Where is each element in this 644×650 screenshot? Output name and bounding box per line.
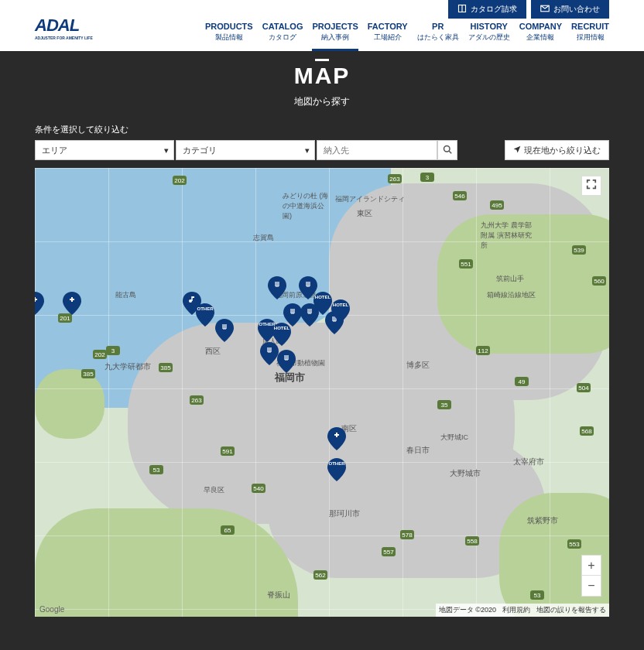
road-badge: 3 <box>420 173 434 182</box>
road-badge: 568 <box>580 426 594 436</box>
map-label-chikushino: 筑紫野市 <box>527 515 558 526</box>
zoom-control: + − <box>581 555 601 597</box>
minus-icon: − <box>587 579 594 593</box>
road-badge: 553 <box>567 539 581 549</box>
road-badge: 3 <box>106 346 120 355</box>
nav-en: PR <box>417 22 459 31</box>
hero: MAP 地図から探す <box>0 51 644 124</box>
caret-down-icon: ▾ <box>164 145 169 156</box>
road-badge: 53 <box>530 590 544 600</box>
area-select-label: エリア <box>42 145 67 156</box>
road-badge: 49 <box>515 377 529 386</box>
contact-button[interactable]: お問い合わせ <box>531 0 609 19</box>
map-pin-plus[interactable] <box>63 292 81 315</box>
destination-input[interactable] <box>317 140 437 160</box>
nav-item-recruit[interactable]: RECRUIT採用情報 <box>571 22 609 51</box>
category-select-label: カテゴリ <box>183 145 217 156</box>
map-label-shikanoshima: 志賀島 <box>253 233 274 243</box>
zoom-in-button[interactable]: + <box>582 556 601 576</box>
nav-item-company[interactable]: COMPANY企業情報 <box>519 22 562 51</box>
map-pin-hotel[interactable]: HOTEL <box>331 299 350 323</box>
fullscreen-icon <box>586 179 597 193</box>
map-label-hakata: 博多区 <box>406 360 430 371</box>
map-label-nokonoshima: 能古島 <box>115 290 136 300</box>
catalog-request-button[interactable]: カタログ請求 <box>448 0 526 19</box>
caret-down-icon: ▾ <box>305 145 310 156</box>
nav-ja: 採用情報 <box>571 32 609 43</box>
zoom-out-button[interactable]: − <box>582 576 601 596</box>
fullscreen-button[interactable] <box>581 176 601 196</box>
road-badge: 263 <box>388 174 402 183</box>
nav-item-factory[interactable]: FACTORY工場紹介 <box>368 22 408 51</box>
nav-en: PROJECTS <box>312 22 358 31</box>
map-pin-fork[interactable] <box>268 276 286 299</box>
logo-text: ADAL <box>35 15 79 35</box>
main-nav: PRODUCTS製品情報CATALOGカタログPROJECTS納入事例FACTO… <box>205 22 609 51</box>
nav-item-history[interactable]: HISTORYアダルの歴史 <box>468 22 510 51</box>
nav-ja: 製品情報 <box>205 32 253 43</box>
nav-item-projects[interactable]: PROJECTS納入事例 <box>312 22 358 51</box>
road-badge: 495 <box>490 200 504 210</box>
mail-icon <box>540 4 550 15</box>
search-button[interactable] <box>437 140 457 160</box>
map-label-dazaifu: 太宰府市 <box>513 457 544 467</box>
current-location-button[interactable]: 現在地から絞り込む <box>505 140 609 160</box>
area-select[interactable]: エリア ▾ <box>35 140 174 160</box>
pin-label: HOTEL <box>274 326 289 330</box>
map-label-nishi: 西区 <box>205 346 221 357</box>
current-location-label: 現在地から絞り込む <box>524 145 601 156</box>
pin-label: OTHER <box>197 306 214 311</box>
category-select[interactable]: カテゴリ ▾ <box>176 140 315 160</box>
map-pin-plus[interactable] <box>327 427 346 450</box>
road-badge: 263 <box>190 395 204 405</box>
map-label-nakagawa: 那珂川市 <box>329 508 360 519</box>
map[interactable]: 福岡市 博多区 東区 西区 南区 九大学研都市 春日市 大野城市 太宰府市 筑紫… <box>35 168 609 617</box>
map-report-link[interactable]: 地図の誤りを報告する <box>536 605 606 615</box>
nav-en: PRODUCTS <box>205 22 253 31</box>
location-arrow-icon <box>513 145 521 155</box>
map-pin-other[interactable]: OTHER <box>327 458 346 481</box>
hero-dash <box>315 59 329 61</box>
page-title: MAP <box>0 63 644 89</box>
nav-ja: アダルの歴史 <box>468 32 510 43</box>
map-pin-fork[interactable] <box>215 319 234 342</box>
nav-ja: 企業情報 <box>519 32 562 43</box>
search-icon <box>443 143 452 157</box>
nav-item-products[interactable]: PRODUCTS製品情報 <box>205 22 253 51</box>
nav-en: FACTORY <box>368 22 408 31</box>
road-badge: 539 <box>572 245 586 255</box>
map-terms-link[interactable]: 利用規約 <box>502 605 530 615</box>
road-badge: 560 <box>592 276 606 286</box>
road-badge: 385 <box>159 363 173 372</box>
map-pin-other[interactable]: OTHER <box>196 303 214 327</box>
map-label-kyudai: 九大学研都市 <box>104 361 151 372</box>
map-pin-hotel[interactable]: HOTEL <box>272 323 291 346</box>
road-badge: 578 <box>400 530 414 539</box>
map-label-hayama: 早良区 <box>204 485 224 495</box>
svg-line-4 <box>449 151 451 153</box>
map-label-kasuga: 春日市 <box>406 445 430 456</box>
road-badge: 591 <box>221 446 235 456</box>
map-pin-fork[interactable] <box>277 350 296 373</box>
map-data-label: 地図データ ©2020 <box>439 605 496 615</box>
plus-icon: + <box>587 559 594 573</box>
nav-item-catalog[interactable]: CATALOGカタログ <box>262 22 303 51</box>
road-badge: 385 <box>81 369 95 378</box>
road-badge: 551 <box>459 259 473 269</box>
pin-label: HOTEL <box>333 303 348 307</box>
logo[interactable]: ADAL ADJUSTER FOR AMENITY LIFE <box>35 15 93 40</box>
logo-sub: ADJUSTER FOR AMENITY LIFE <box>35 36 93 40</box>
road-badge: 546 <box>453 191 467 200</box>
map-pin-plus[interactable] <box>35 292 44 315</box>
google-logo: Google <box>39 605 64 614</box>
road-badge: 540 <box>252 484 265 493</box>
topbar: カタログ請求 お問い合わせ ADAL ADJUSTER FOR AMENITY … <box>0 0 644 51</box>
nav-item-pr[interactable]: PRはたらく家具 <box>417 22 459 51</box>
nav-ja: カタログ <box>262 32 303 43</box>
map-label-kyudai-nou: 九州大学 農学部 附属 演習林研究所 <box>481 221 535 251</box>
map-label-ohnojo-ic: 大野城IC <box>440 433 468 443</box>
nav-ja: はたらく家具 <box>417 32 459 43</box>
page-subtitle: 地図から探す <box>0 95 644 108</box>
nav-en: RECRUIT <box>571 22 609 31</box>
map-label-hakozaki: 箱崎線沿線地区 <box>487 290 536 300</box>
